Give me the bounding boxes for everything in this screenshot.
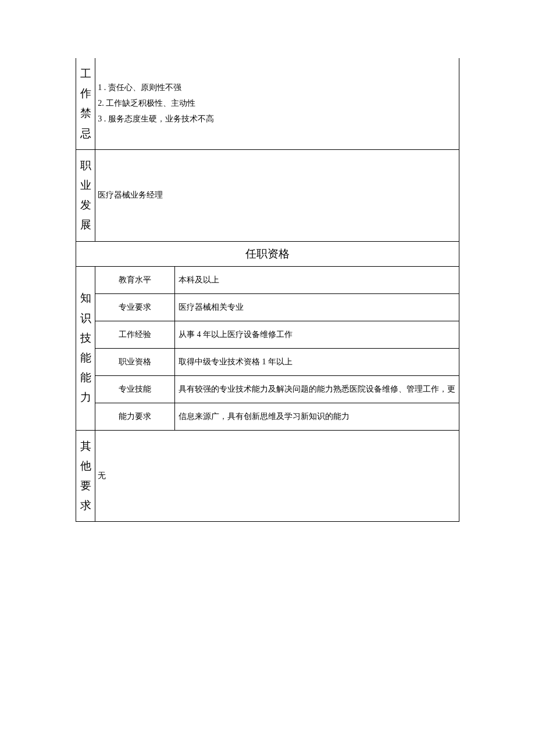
other-value: 无 <box>95 430 459 522</box>
taboo-item: 1 . 责任心、原则性不强 <box>98 80 456 96</box>
knowledge-value: 本科及以上 <box>175 266 459 293</box>
knowledge-value: 信息来源广，具有创新思维及学习新知识的能力 <box>175 403 459 430</box>
knowledge-row: 工作经验 从事 4 年以上医疗设备维修工作 <box>76 321 459 348</box>
knowledge-row: 能力要求 信息来源广，具有创新思维及学习新知识的能力 <box>76 403 459 430</box>
qualifications-header: 任职资格 <box>76 241 459 266</box>
other-label: 其他要求 <box>76 430 95 522</box>
knowledge-value: 具有较强的专业技术能力及解决问题的能力熟悉医院设备维修、管理工作，更 <box>175 375 459 403</box>
career-value: 医疗器械业务经理 <box>95 149 459 241</box>
taboo-item: 2. 工作缺乏积极性、主动性 <box>98 96 456 112</box>
knowledge-value: 医疗器械相关专业 <box>175 293 459 321</box>
taboos-content: 1 . 责任心、原则性不强 2. 工作缺乏积极性、主动性 3 . 服务态度生硬，… <box>95 58 459 149</box>
knowledge-value: 从事 4 年以上医疗设备维修工作 <box>175 321 459 348</box>
knowledge-row: 知识技能能力 教育水平 本科及以上 <box>76 266 459 293</box>
knowledge-row: 职业资格 取得中级专业技术资格 1 年以上 <box>76 348 459 375</box>
knowledge-key: 职业资格 <box>95 348 175 375</box>
job-spec-table: 工作禁忌 1 . 责任心、原则性不强 2. 工作缺乏积极性、主动性 3 . 服务… <box>76 58 459 522</box>
knowledge-key: 工作经验 <box>95 321 175 348</box>
qualifications-header-row: 任职资格 <box>76 241 459 266</box>
career-label: 职业发展 <box>76 149 95 241</box>
taboos-label: 工作禁忌 <box>76 58 95 149</box>
knowledge-row: 专业要求 医疗器械相关专业 <box>76 293 459 321</box>
knowledge-key: 能力要求 <box>95 403 175 430</box>
knowledge-value: 取得中级专业技术资格 1 年以上 <box>175 348 459 375</box>
other-row: 其他要求 无 <box>76 430 459 522</box>
career-row: 职业发展 医疗器械业务经理 <box>76 149 459 241</box>
knowledge-key: 专业技能 <box>95 375 175 403</box>
knowledge-key: 专业要求 <box>95 293 175 321</box>
knowledge-row: 专业技能 具有较强的专业技术能力及解决问题的能力熟悉医院设备维修、管理工作，更 <box>76 375 459 403</box>
knowledge-key: 教育水平 <box>95 266 175 293</box>
taboos-row: 工作禁忌 1 . 责任心、原则性不强 2. 工作缺乏积极性、主动性 3 . 服务… <box>76 58 459 149</box>
taboo-item: 3 . 服务态度生硬，业务技术不高 <box>98 112 456 127</box>
knowledge-label: 知识技能能力 <box>76 266 95 430</box>
